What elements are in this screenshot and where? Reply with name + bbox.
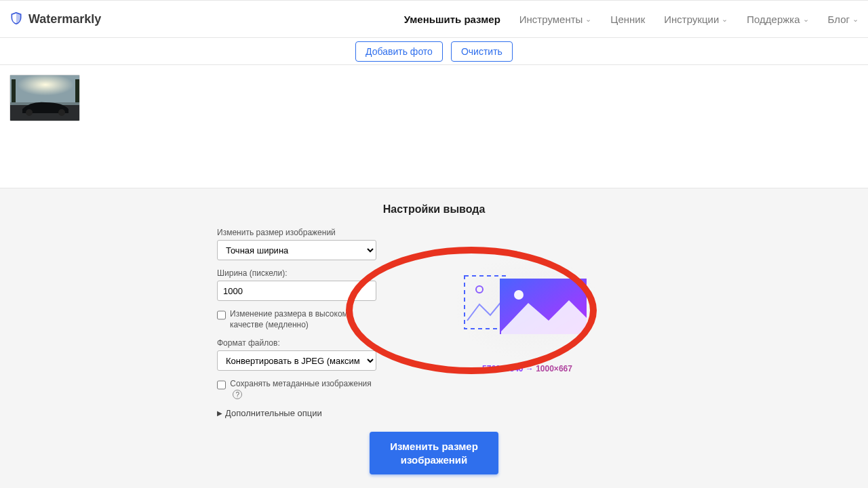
action-bar: Добавить фото Очистить — [0, 38, 868, 65]
resize-preview: 5760×3840 → 1000×667 — [403, 228, 651, 373]
top-nav: Watermarkly Уменьшить размер Инструменты… — [0, 0, 868, 38]
width-label: Ширина (пискели): — [217, 268, 376, 278]
add-photo-button[interactable]: Добавить фото — [355, 41, 443, 62]
svg-point-5 — [26, 109, 33, 116]
hq-resize-label: Изменение размера в высоком качестве (ме… — [230, 309, 376, 330]
svg-point-8 — [476, 286, 483, 293]
svg-point-6 — [58, 109, 65, 116]
nav-items: Уменьшить размер Инструменты⌄ Ценник Инс… — [404, 14, 859, 25]
keep-metadata-label: Сохранять метаданные изображения? — [230, 379, 376, 400]
chevron-down-icon: ⌄ — [722, 15, 728, 24]
format-select[interactable]: Конвертировать в JPEG (максимал — [217, 350, 376, 371]
resize-mode-select[interactable]: Точная ширина — [217, 240, 376, 260]
nav-resize[interactable]: Уменьшить размер — [404, 14, 500, 25]
brand-name: Watermarkly — [28, 12, 101, 26]
triangle-right-icon: ▶ — [217, 409, 222, 417]
thumbnail-strip — [0, 65, 868, 188]
shield-icon — [9, 12, 23, 27]
settings-form: Изменить размер изображений Точная ширин… — [217, 228, 376, 418]
output-settings: Настройки вывода Изменить размер изображ… — [0, 188, 868, 488]
resize-mode-label: Изменить размер изображений — [217, 228, 376, 237]
svg-point-10 — [514, 290, 524, 300]
preview-dimensions: 5760×3840 → 1000×667 — [482, 364, 572, 373]
svg-rect-3 — [12, 79, 16, 102]
chevron-down-icon: ⌄ — [585, 15, 591, 24]
resize-images-button[interactable]: Изменить размер изображений — [370, 432, 498, 474]
keep-metadata-checkbox[interactable] — [217, 380, 226, 390]
nav-tools[interactable]: Инструменты⌄ — [519, 14, 592, 25]
help-icon[interactable]: ? — [233, 390, 242, 399]
nav-pricing[interactable]: Ценник — [610, 14, 645, 25]
image-thumbnail[interactable] — [9, 75, 80, 121]
preview-illustration — [453, 255, 602, 360]
settings-title: Настройки вывода — [217, 203, 651, 216]
nav-support[interactable]: Поддержка⌄ — [747, 14, 808, 25]
brand[interactable]: Watermarkly — [9, 12, 101, 27]
svg-rect-4 — [75, 79, 79, 102]
nav-blog[interactable]: Блог⌄ — [828, 14, 859, 25]
svg-rect-1 — [10, 75, 80, 102]
more-options-toggle[interactable]: ▶ Дополнительные опции — [217, 408, 376, 418]
hq-resize-checkbox[interactable] — [217, 310, 226, 320]
width-input[interactable] — [217, 281, 376, 301]
chevron-down-icon: ⌄ — [803, 15, 809, 24]
clear-button[interactable]: Очистить — [451, 41, 513, 62]
chevron-down-icon: ⌄ — [852, 15, 859, 24]
nav-docs[interactable]: Инструкции⌄ — [664, 14, 728, 25]
format-label: Формат файлов: — [217, 338, 376, 348]
